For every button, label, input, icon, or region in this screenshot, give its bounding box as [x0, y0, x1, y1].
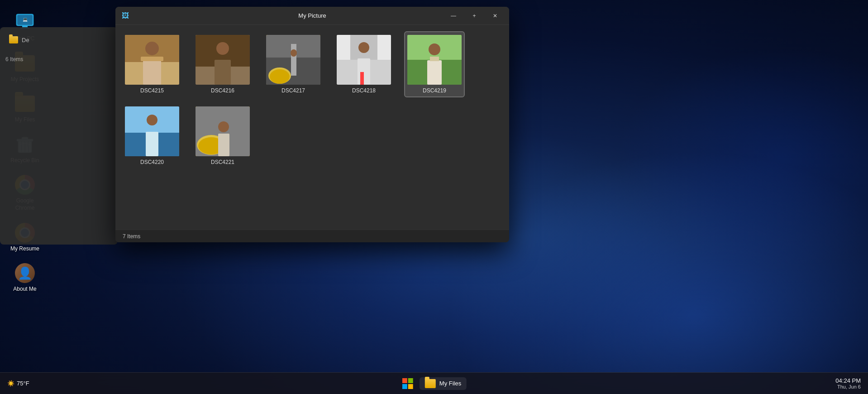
photo-grid: DSC4215 DSC4216	[123, 32, 502, 168]
svg-rect-37	[427, 60, 442, 85]
svg-rect-25	[291, 44, 296, 76]
svg-rect-48	[218, 134, 229, 156]
taskbar-folder-label: My Files	[439, 380, 461, 387]
svg-rect-38	[430, 57, 439, 61]
taskbar-center: My Files	[401, 377, 467, 390]
photo-thumb-dsc4218	[337, 35, 391, 85]
taskbar: ☀️ 75°F My Files 04:24 PM Thu, J	[0, 372, 868, 394]
svg-rect-50	[408, 378, 413, 383]
photo-name-dsc4218: DSC4218	[352, 87, 376, 94]
photo-thumb-dsc4219	[407, 35, 462, 85]
bg-panel-item[interactable]: De	[5, 33, 112, 47]
svg-rect-43	[146, 132, 158, 156]
small-folder-icon	[9, 36, 18, 43]
titlebar-left: 🖼	[121, 11, 130, 20]
window-controls: — + ✕	[443, 9, 506, 23]
time-display: 04:24 PM	[835, 377, 861, 384]
minimize-button[interactable]: —	[443, 9, 464, 23]
photo-thumb-dsc4221	[196, 106, 250, 156]
svg-rect-16	[141, 57, 163, 61]
desktop-icon-label: About Me	[13, 286, 36, 293]
svg-rect-51	[402, 384, 407, 389]
svg-rect-49	[402, 378, 407, 383]
bg-panel-label: De	[22, 37, 29, 43]
taskbar-left: ☀️ 75°F	[7, 380, 29, 387]
status-bar: 7 Items	[115, 230, 509, 242]
photo-item-dsc4218[interactable]: DSC4218	[334, 32, 393, 96]
svg-rect-32	[360, 72, 364, 85]
svg-point-26	[291, 49, 297, 57]
item-count: 7 Items	[123, 233, 140, 240]
photo-thumb-dsc4217	[266, 35, 320, 85]
clock[interactable]: 04:24 PM Thu, Jun 6	[835, 377, 861, 389]
date-display: Thu, Jun 6	[835, 384, 861, 389]
window-content: DSC4215 DSC4216	[115, 25, 509, 242]
window-icon: 🖼	[121, 11, 130, 20]
desktop: 💻 This PC My Projects My Files	[0, 0, 868, 394]
photo-name-dsc4215: DSC4215	[140, 87, 164, 94]
file-explorer-window: 🖼 My Picture — + ✕	[115, 7, 509, 242]
svg-point-19	[216, 42, 229, 55]
photo-item-dsc4216[interactable]: DSC4216	[193, 32, 252, 96]
photo-name-dsc4217: DSC4217	[281, 87, 305, 94]
svg-point-36	[429, 43, 440, 55]
weather-widget[interactable]: ☀️ 75°F	[7, 380, 29, 387]
svg-point-30	[358, 42, 369, 53]
temperature: 75°F	[17, 380, 29, 387]
taskbar-folder-icon	[425, 379, 436, 388]
photo-thumb-dsc4215	[125, 35, 179, 85]
photo-item-dsc4215[interactable]: DSC4215	[123, 32, 181, 96]
bg-panel-count: 6 Items	[0, 53, 118, 66]
photo-thumb-dsc4220	[125, 106, 179, 156]
svg-point-47	[218, 121, 229, 132]
weather-icon: ☀️	[7, 380, 14, 387]
photo-name-dsc4221: DSC4221	[211, 159, 234, 165]
svg-point-24	[270, 69, 290, 84]
window-title: My Picture	[298, 12, 326, 19]
photo-name-dsc4219: DSC4219	[423, 87, 446, 94]
svg-rect-52	[408, 384, 413, 389]
avatar-icon: 👤	[14, 262, 36, 284]
svg-rect-15	[143, 60, 161, 85]
photo-item-dsc4217[interactable]: DSC4217	[264, 32, 323, 96]
svg-point-14	[145, 42, 159, 55]
photo-item-dsc4219[interactable]: DSC4219	[405, 32, 464, 96]
background-panel: De 6 Items	[0, 27, 118, 245]
photo-name-dsc4216: DSC4216	[211, 87, 234, 94]
photo-thumb-dsc4216	[196, 35, 250, 85]
svg-point-42	[147, 115, 157, 125]
svg-text:💻: 💻	[23, 17, 28, 22]
photo-item-dsc4220[interactable]: DSC4220	[123, 104, 181, 168]
photo-item-dsc4221[interactable]: DSC4221	[193, 104, 252, 168]
titlebar: 🖼 My Picture — + ✕	[115, 7, 509, 25]
maximize-button[interactable]: +	[464, 9, 485, 23]
svg-rect-20	[215, 60, 231, 85]
desktop-icon-label: My Resume	[10, 245, 39, 253]
main-area: DSC4215 DSC4216	[115, 25, 509, 242]
desktop-icon-about-me[interactable]: 👤 About Me	[5, 259, 45, 296]
taskbar-my-files[interactable]: My Files	[420, 377, 467, 390]
taskbar-right: 04:24 PM Thu, Jun 6	[835, 377, 861, 389]
close-button[interactable]: ✕	[485, 9, 506, 23]
windows-start-button[interactable]	[401, 377, 414, 390]
photo-name-dsc4220: DSC4220	[140, 159, 164, 165]
